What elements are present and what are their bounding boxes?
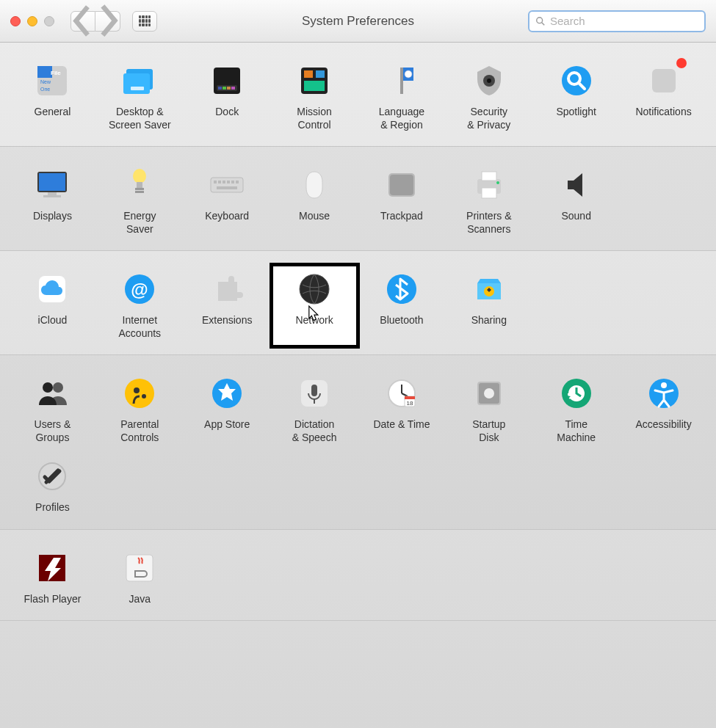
pref-accessibility[interactable]: Accessibility bbox=[620, 368, 707, 451]
pref-section: iCloudInternet AccountsExtensionsNetwork… bbox=[0, 251, 716, 355]
security-icon bbox=[469, 60, 510, 101]
pref-energy[interactable]: Energy Saver bbox=[96, 160, 184, 243]
window-title: System Preferences bbox=[302, 14, 414, 29]
pref-mission[interactable]: Mission Control bbox=[271, 56, 358, 139]
pref-sound[interactable]: Sound bbox=[532, 160, 620, 243]
pref-mouse[interactable]: Mouse bbox=[271, 160, 358, 243]
accessibility-icon bbox=[643, 373, 684, 414]
pref-extensions[interactable]: Extensions bbox=[184, 264, 271, 347]
pref-label: Parental Controls bbox=[120, 418, 159, 444]
pref-language[interactable]: Language & Region bbox=[358, 56, 446, 139]
pref-flash[interactable]: Flash Player bbox=[9, 543, 96, 614]
pref-section: Flash PlayerJava bbox=[0, 530, 716, 622]
pref-internet[interactable]: Internet Accounts bbox=[96, 264, 184, 347]
pref-label: Keyboard bbox=[205, 210, 249, 223]
pref-label: Mouse bbox=[299, 210, 330, 223]
profiles-icon bbox=[32, 456, 73, 497]
pref-users[interactable]: Users & Groups bbox=[9, 368, 96, 451]
pref-label: Energy Saver bbox=[123, 210, 156, 236]
parental-icon bbox=[119, 373, 160, 414]
bluetooth-icon bbox=[381, 269, 422, 310]
pref-label: Printers & Scanners bbox=[466, 210, 511, 236]
pref-row: Users & GroupsParental ControlsApp Store… bbox=[0, 368, 716, 451]
sharing-icon bbox=[469, 269, 510, 310]
pref-displays[interactable]: Displays bbox=[9, 160, 96, 243]
pref-label: Extensions bbox=[202, 314, 252, 327]
pref-keyboard[interactable]: Keyboard bbox=[184, 160, 271, 243]
pref-datetime[interactable]: Date & Time bbox=[358, 368, 446, 451]
pref-label: Notifications bbox=[635, 106, 691, 119]
trackpad-icon bbox=[381, 164, 422, 205]
desktop-icon bbox=[119, 60, 160, 101]
pref-label: Sound bbox=[561, 210, 590, 223]
dock-icon bbox=[206, 60, 247, 101]
pref-profiles[interactable]: Profiles bbox=[9, 451, 96, 522]
displays-icon bbox=[32, 164, 73, 205]
keyboard-icon bbox=[206, 164, 247, 205]
java-icon bbox=[119, 547, 160, 589]
pref-timemachine[interactable]: Time Machine bbox=[532, 368, 620, 451]
pref-spotlight[interactable]: Spotlight bbox=[532, 56, 620, 139]
pref-label: Network bbox=[295, 314, 333, 327]
svg-line-1 bbox=[542, 22, 545, 25]
search-field[interactable] bbox=[528, 10, 706, 32]
pref-icloud[interactable]: iCloud bbox=[9, 264, 96, 347]
pref-label: Mission Control bbox=[297, 106, 331, 131]
forward-button[interactable] bbox=[95, 11, 120, 32]
pref-label: Security & Privacy bbox=[467, 106, 510, 131]
pref-sharing[interactable]: Sharing bbox=[445, 264, 532, 347]
pref-dock[interactable]: Dock bbox=[184, 56, 271, 139]
dictation-icon bbox=[294, 373, 335, 414]
pref-label: Trackpad bbox=[380, 210, 423, 223]
mission-icon bbox=[294, 60, 335, 101]
language-icon bbox=[381, 60, 422, 101]
pref-dictation[interactable]: Dictation & Speech bbox=[271, 368, 358, 451]
pref-label: Desktop & Screen Saver bbox=[109, 106, 171, 131]
pref-trackpad[interactable]: Trackpad bbox=[358, 160, 446, 243]
internet-icon bbox=[119, 269, 160, 310]
pref-label: Dock bbox=[215, 106, 239, 119]
pref-label: Profiles bbox=[35, 501, 70, 514]
extensions-icon bbox=[206, 269, 247, 310]
notifications-icon bbox=[643, 60, 684, 101]
pref-label: Startup Disk bbox=[472, 418, 505, 444]
pref-label: Spotlight bbox=[556, 106, 596, 119]
pref-section: GeneralDesktop & Screen SaverDockMission… bbox=[0, 43, 716, 147]
pref-java[interactable]: Java bbox=[96, 543, 184, 614]
svg-point-0 bbox=[537, 17, 543, 23]
pref-label: App Store bbox=[204, 418, 250, 432]
pref-row: Profiles bbox=[0, 451, 716, 522]
close-window-button[interactable] bbox=[10, 16, 21, 26]
pref-label: Time Machine bbox=[557, 418, 596, 444]
show-all-button[interactable] bbox=[132, 11, 157, 32]
general-icon bbox=[32, 60, 73, 101]
pref-label: Java bbox=[129, 593, 151, 606]
pref-parental[interactable]: Parental Controls bbox=[96, 368, 184, 451]
pref-label: Displays bbox=[33, 210, 72, 223]
pref-desktop[interactable]: Desktop & Screen Saver bbox=[96, 56, 184, 139]
search-input[interactable] bbox=[550, 15, 698, 27]
pref-startup[interactable]: Startup Disk bbox=[445, 368, 532, 451]
pref-bluetooth[interactable]: Bluetooth bbox=[358, 264, 446, 347]
pref-notifications[interactable]: Notifications bbox=[620, 56, 707, 139]
pref-printers[interactable]: Printers & Scanners bbox=[445, 160, 532, 243]
back-button[interactable] bbox=[70, 11, 95, 32]
search-icon bbox=[535, 16, 546, 26]
pref-label: Date & Time bbox=[373, 418, 430, 432]
chevron-left-icon bbox=[71, 4, 95, 37]
pref-security[interactable]: Security & Privacy bbox=[445, 56, 532, 139]
users-icon bbox=[32, 373, 73, 414]
pref-general[interactable]: General bbox=[9, 56, 96, 139]
appstore-icon bbox=[206, 373, 247, 414]
pref-row: GeneralDesktop & Screen SaverDockMission… bbox=[0, 56, 716, 139]
network-icon bbox=[294, 269, 335, 310]
pref-network[interactable]: Network bbox=[271, 264, 358, 347]
pref-appstore[interactable]: App Store bbox=[184, 368, 271, 451]
pref-label: Dictation & Speech bbox=[292, 418, 337, 444]
pref-section: Users & GroupsParental ControlsApp Store… bbox=[0, 355, 716, 530]
datetime-icon bbox=[381, 373, 422, 414]
minimize-window-button[interactable] bbox=[27, 16, 37, 26]
pref-label: Internet Accounts bbox=[119, 314, 162, 340]
pref-section: DisplaysEnergy SaverKeyboardMouseTrackpa… bbox=[0, 147, 716, 251]
zoom-window-button[interactable] bbox=[44, 16, 54, 26]
